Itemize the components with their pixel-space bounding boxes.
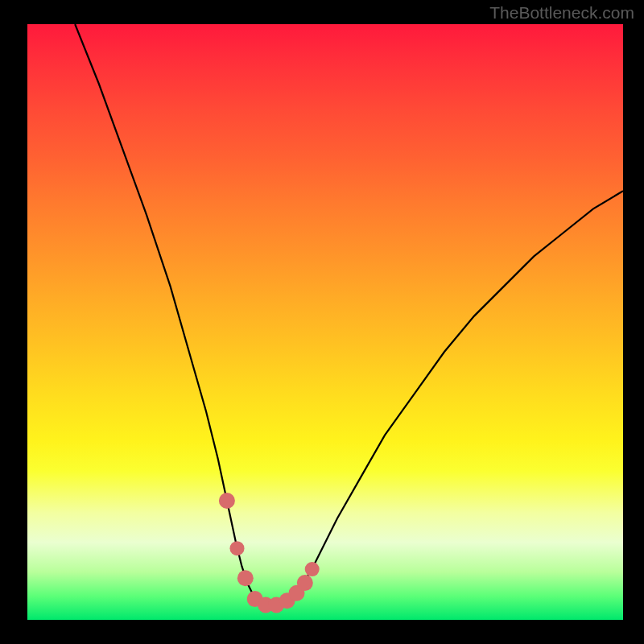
curve-marker [230, 541, 245, 555]
marker-group [219, 493, 320, 613]
attribution-text: TheBottleneck.com [489, 3, 634, 23]
curve-marker [305, 562, 320, 576]
plot-area [27, 24, 623, 620]
curve-marker [237, 570, 254, 586]
curve-marker [219, 493, 235, 509]
bottleneck-curve [75, 24, 623, 605]
curve-marker [297, 575, 313, 591]
chart-svg [27, 24, 623, 620]
